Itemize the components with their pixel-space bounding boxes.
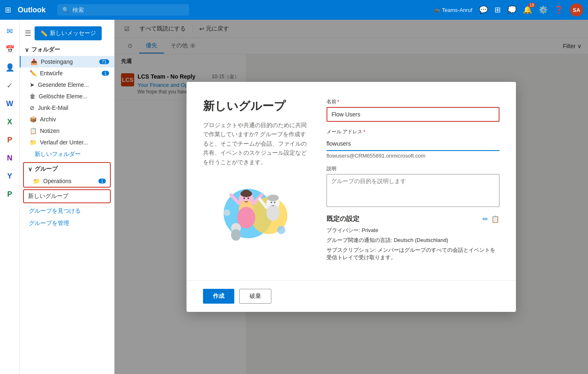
new-folder-label: 新しいフォルダー (35, 151, 81, 158)
email-domain-display: flowusers@CRM655891.onmicrosoft.com (327, 153, 499, 159)
drafts-icon: ✏️ (30, 70, 37, 77)
modal-illustration (203, 177, 310, 242)
folder-sidebar: ☰ ✏️ 新しいメッセージ ∨ フォルダー 📥 Posteingang 71 ✏… (20, 20, 114, 374)
sidebar-people-icon[interactable]: 👤 (2, 59, 18, 76)
folder-notizen[interactable]: 📋 Notizen (20, 125, 114, 137)
trash-icon: 🗑 (30, 93, 35, 100)
search-bar[interactable]: 🔍 (57, 4, 189, 16)
bell-icon topbar-badge[interactable]: 🔔 18 (523, 5, 532, 14)
main-layout: ✉ 📅 👤 ✓ W X P N Y P ☰ ✏️ 新しいメッセージ ∨ フォルダ… (0, 20, 588, 374)
notification-badge: 18 (528, 3, 535, 7)
svg-point-12 (267, 195, 279, 201)
folder-name: Gelöschte Eleme... (39, 93, 87, 100)
sidebar-excel-icon[interactable]: X (2, 114, 18, 130)
archive-icon: 📦 (30, 116, 37, 123)
folder-badge: 71 (99, 59, 109, 64)
manage-group-item[interactable]: グループを管理 (20, 217, 114, 230)
group-operations[interactable]: 📁 Operations 1 (24, 175, 110, 187)
svg-point-4 (242, 190, 250, 195)
name-label: 名前 * (327, 98, 499, 105)
group-name: Operations (43, 178, 71, 184)
modal-description: プロジェクトや共通の目的のために共同で作業していますか? グループを作成すると、… (203, 121, 310, 167)
search-icon: 🔍 (62, 7, 69, 13)
junk-icon: ⊘ (30, 105, 35, 111)
modal-overlay: 新しいグループ プロジェクトや共通の目的のために共同で作業していますか? グルー… (114, 20, 588, 374)
edit-settings-button[interactable]: ✏ (483, 215, 488, 223)
subscription-setting: サブスクリプション: メンバーはグループのすべての会話とイベントを受信トレイで受… (327, 246, 499, 261)
content-area: ☑ すべて既読にする ↩ 元に戻す ⊙ 優先 その他 9 (114, 20, 588, 374)
teams-call-button[interactable]: 📹 Teams-Anruf (434, 7, 472, 13)
new-group-item[interactable]: 新しいグループ (23, 189, 111, 203)
svg-point-10 (247, 197, 249, 199)
svg-point-18 (231, 229, 241, 241)
chevron-down-icon: ∨ (25, 46, 29, 53)
chat-icon[interactable]: 💬 (479, 5, 488, 14)
sidebar-yammer-icon[interactable]: Y (2, 168, 18, 184)
modal-footer: 作成 破棄 (187, 280, 516, 312)
more-settings-button[interactable]: 📋 (491, 215, 499, 223)
user-avatar[interactable]: SA (570, 3, 583, 16)
sidebar-onenote-icon[interactable]: N (2, 150, 18, 166)
groups-header[interactable]: ∨ グループ (24, 163, 110, 175)
find-group-item[interactable]: グループを見つける (20, 205, 114, 217)
folder-entwurfe[interactable]: ✏️ Entwürfe 1 (20, 67, 114, 79)
settings-title: 既定の設定 (327, 215, 359, 223)
settings-actions: ✏ 📋 (483, 215, 499, 223)
description-textarea[interactable] (327, 174, 499, 207)
settings-icon[interactable]: ⚙️ (539, 5, 548, 14)
create-button[interactable]: 作成 (203, 289, 234, 304)
folder-name: Posteingang (41, 58, 73, 65)
folder-verlauf[interactable]: 📁 Verlauf der Unter... (20, 137, 114, 148)
find-group-label: グループを見つける (29, 207, 81, 214)
modal-content: 新しいグループ プロジェクトや共通の目的のために共同で作業していますか? グルー… (187, 82, 516, 280)
search-input[interactable] (72, 7, 184, 13)
svg-point-20 (277, 226, 285, 234)
settings-header: 既定の設定 ✏ 📋 (327, 215, 499, 223)
help-icon[interactable]: ❓ (554, 5, 563, 14)
folder-junk[interactable]: ⊘ Junk-E-Mail (20, 102, 114, 114)
folder-posteingang[interactable]: 📥 Posteingang 71 (20, 56, 114, 67)
folder-icon: 📁 (30, 139, 37, 146)
svg-point-13 (266, 204, 280, 221)
email-input[interactable] (327, 137, 499, 151)
name-form-group: 名前 * (327, 98, 499, 122)
groups-header-label: グループ (35, 165, 58, 173)
sidebar-word-icon[interactable]: W (2, 95, 18, 112)
sidebar-planner-icon[interactable]: P (2, 186, 18, 202)
sidebar-tasks-icon[interactable]: ✓ (2, 77, 18, 94)
groups-section: ∨ グループ 📁 Operations 1 (23, 162, 111, 188)
group-badge: 1 (98, 179, 106, 184)
group-folder-icon: 📁 (33, 178, 40, 184)
email-label: メール アドレス * (327, 128, 499, 135)
folder-name: Junk-E-Mail (38, 105, 68, 111)
folder-geloschte[interactable]: 🗑 Gelöschte Eleme... (20, 91, 114, 102)
folder-archiv[interactable]: 📦 Archiv (20, 114, 114, 125)
description-label: 説明 (327, 165, 499, 172)
topbar: ⊞ Outlook 🔍 📹 Teams-Anruf 💬 ⊞ 💭 🔔 18 ⚙️ … (0, 0, 588, 20)
icon-sidebar: ✉ 📅 👤 ✓ W X P N Y P (0, 20, 20, 374)
new-message-button[interactable]: ✏️ 新しいメッセージ (35, 26, 102, 40)
grid-icon[interactable]: ⊞ (5, 5, 11, 14)
inbox-icon: 📥 (30, 58, 37, 65)
email-form-group: メール アドレス * flowusers@CRM655891.onmicroso… (327, 128, 499, 159)
sidebar-mail-icon[interactable]: ✉ (2, 23, 18, 39)
sidebar-powerpoint-icon[interactable]: P (2, 132, 18, 148)
svg-point-16 (274, 202, 275, 203)
app-logo: Outlook (18, 6, 46, 14)
grid2-icon[interactable]: ⊞ (495, 5, 501, 14)
svg-point-15 (271, 202, 272, 203)
feedback-icon[interactable]: 💭 (507, 5, 516, 14)
folder-gesendete[interactable]: ➤ Gesendete Eleme... (20, 79, 114, 91)
cancel-button[interactable]: 破棄 (239, 289, 271, 304)
new-group-label: 新しいグループ (28, 193, 68, 199)
sidebar-calendar-icon[interactable]: 📅 (2, 41, 18, 58)
modal-right: 名前 * メール アドレス * (327, 98, 499, 264)
new-group-modal: 新しいグループ プロジェクトや共通の目的のために共同で作業していますか? グルー… (187, 82, 516, 312)
folder-badge: 1 (102, 71, 109, 76)
folder-name: Verlauf der Unter... (40, 139, 88, 146)
sidebar-top-actions: ☰ ✏️ 新しいメッセージ (20, 23, 114, 44)
new-folder-item[interactable]: 新しいフォルダー (20, 148, 114, 160)
name-input[interactable] (327, 108, 499, 121)
folders-section-header[interactable]: ∨ フォルダー (20, 44, 114, 56)
hamburger-button[interactable]: ☰ (25, 29, 31, 38)
